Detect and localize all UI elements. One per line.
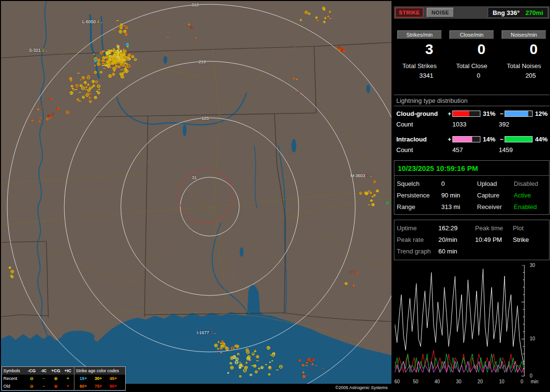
close-per-min-button[interactable]: Close/min <box>449 30 494 39</box>
noises-per-min-button[interactable]: Noises/min <box>502 30 547 39</box>
category-label: Intracloud <box>396 136 447 143</box>
session-box: Uptime162:29Peak timePlotPeak rate20/min… <box>394 220 550 260</box>
strike-type-symbol: ⊖ <box>26 384 38 389</box>
status-value: 313 mi <box>441 203 477 210</box>
legend-col-header: -IC <box>38 368 50 373</box>
age-code: 75+ <box>91 384 106 389</box>
ic-negative-chip <box>505 136 533 142</box>
status-value: 0 <box>441 180 477 187</box>
x-axis-unit: min <box>531 379 538 384</box>
session-row: Peak rate20/min10:49 PMStrike <box>397 234 547 246</box>
status-rows: Squelch0UploadDisabledPersistence90 minC… <box>397 176 547 210</box>
status-label: Range <box>397 203 441 210</box>
session-cell <box>513 248 547 255</box>
x-axis-label: 40 <box>434 379 440 384</box>
lightning-map[interactable]: +⊕+⊕−+⊖−⊕−⊕+⊕⊖++⊕⊕⊕⊕+−⊕+⊕+−⊕⊕⊖+−+−++++++… <box>1 1 391 391</box>
status-value: 90 min <box>441 192 477 199</box>
x-axis-label: 0 <box>521 379 523 384</box>
map-footer: ©2005 Astrogenic Systems <box>126 384 391 391</box>
session-cell: Trend graph <box>397 248 438 255</box>
session-cell <box>475 248 513 255</box>
chip-fill <box>453 111 469 116</box>
strike-type-symbol: ⊕ <box>50 376 62 381</box>
cg-positive-percent: 31% <box>480 110 499 117</box>
count-label: Count <box>396 146 447 154</box>
session-cell: Plot <box>513 224 547 232</box>
lightning-detector-window: +⊕+⊕−+⊖−⊕−⊕+⊕⊖++⊕⊕⊕⊕+−⊕+⊕+−⊕⊕⊖+−+−++++++… <box>0 0 550 392</box>
cg-negative-count: 392 <box>499 121 550 128</box>
ic-positive-count: 457 <box>452 146 499 154</box>
cg-negative-chip <box>505 111 533 117</box>
age-code: 60+ <box>76 384 91 389</box>
session-cell: Uptime <box>397 224 438 232</box>
intracloud-row: Intracloud + 14% − 44% <box>393 132 550 143</box>
chip-fill <box>505 111 528 116</box>
ic-positive-percent: 14% <box>480 136 499 143</box>
status-value: Enabled <box>514 203 547 210</box>
strike-type-symbol: − <box>38 376 50 381</box>
status-label: Squelch <box>397 180 441 187</box>
noises-per-min-value: 0 <box>530 42 538 57</box>
chip-fill <box>505 137 532 142</box>
status-row: Range313 miReceiverEnabled <box>397 199 547 210</box>
strike-type-symbol: + <box>62 376 74 381</box>
age-code: 30+ <box>91 376 106 381</box>
map-geography <box>1 1 391 391</box>
trend-series-strikes <box>395 269 524 365</box>
legend-ages: 15+30+45+ <box>74 375 124 382</box>
legend-col-header: -CG <box>26 368 38 373</box>
count-label: Count <box>396 121 447 128</box>
total-strikes-label: Total Strikes <box>403 62 437 70</box>
plus-sign: + <box>447 136 452 143</box>
strike-mode-button[interactable]: STRIKE <box>395 8 423 17</box>
intracloud-counts: Count 457 1459 <box>393 143 550 154</box>
toolbar: STRIKE NOISE Bng 336° 270mi <box>394 6 550 19</box>
session-cell: Strike <box>513 236 547 243</box>
close-column: Close/min 0 Total Close 0 <box>446 30 498 79</box>
status-label: Persistence <box>397 192 441 199</box>
session-cell: Peak time <box>475 224 513 232</box>
total-strikes-value: 3341 <box>420 72 434 79</box>
session-cell: 162:29 <box>438 224 475 232</box>
session-cell: Peak rate <box>397 236 438 243</box>
cg-positive-chip <box>452 111 480 117</box>
trend-graph: 301006050403020100min <box>393 263 550 388</box>
status-label: Receiver <box>477 203 514 210</box>
status-label: Capture <box>477 192 514 199</box>
strike-type-symbol: ⊖ <box>26 376 38 381</box>
category-label: Cloud-ground <box>396 110 447 117</box>
plus-sign: + <box>447 110 452 117</box>
control-panel: STRIKE NOISE Bng 336° 270mi Strikes/min … <box>393 0 550 392</box>
y-axis-label: 10 <box>530 336 535 341</box>
bearing-value: Bng 336° <box>492 9 520 16</box>
strikes-column: Strikes/min 3 Total Strikes 3341 <box>393 30 446 79</box>
strike-type-symbol: − <box>38 384 50 389</box>
total-close-value: 0 <box>477 72 480 79</box>
total-noises-label: Total Noises <box>507 62 541 70</box>
age-code: 45+ <box>106 376 121 381</box>
session-rows: Uptime162:29Peak timePlotPeak rate20/min… <box>397 223 547 257</box>
age-code: 15+ <box>76 376 91 381</box>
chip-fill <box>453 137 472 142</box>
strike-type-symbol: ⊕ <box>50 384 62 389</box>
legend-row: Old⊖−⊕+60+75+90+ <box>2 382 125 390</box>
status-row: Squelch0UploadDisabled <box>397 176 547 187</box>
age-code: 90+ <box>106 384 121 389</box>
x-axis-label: 20 <box>478 379 483 384</box>
bearing-distance: 270mi <box>525 9 543 16</box>
legend-row-label: Recent <box>3 376 26 381</box>
legend-header: Symbols-CG-IC+CG+ICStrike age color code… <box>2 367 125 375</box>
x-axis-label: 60 <box>394 379 400 384</box>
y-axis-label: 30 <box>530 263 535 268</box>
noise-mode-button[interactable]: NOISE <box>427 8 454 17</box>
x-axis-label: 10 <box>499 379 505 384</box>
bearing-readout: Bng 336° 270mi <box>488 7 548 18</box>
cg-negative-percent: 12% <box>533 110 550 117</box>
trend-series-intracloud <box>395 354 524 372</box>
strikes-per-min-value: 3 <box>425 42 434 57</box>
rate-columns: Strikes/min 3 Total Strikes 3341 Close/m… <box>393 30 550 79</box>
total-noises-value: 205 <box>525 72 536 79</box>
y-axis-label: 0 <box>530 373 533 378</box>
strikes-per-min-button[interactable]: Strikes/min <box>397 30 442 39</box>
cloud-ground-counts: Count 1033 392 <box>393 117 550 128</box>
